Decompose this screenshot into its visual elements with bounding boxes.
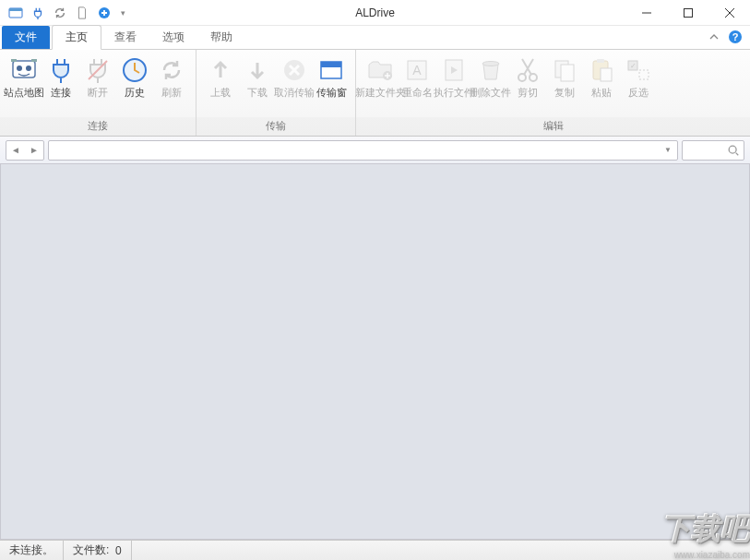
address-dropdown-icon[interactable]: ▼ (661, 143, 675, 158)
upload-icon (206, 55, 235, 85)
group-transfer-label: 传输 (196, 117, 355, 136)
connect-label: 连接 (51, 87, 71, 98)
status-bar: 未连接。 文件数: 0 (0, 540, 750, 560)
download-button[interactable]: 下载 (239, 54, 276, 117)
folder-plus-icon (365, 55, 395, 85)
svg-rect-12 (11, 59, 17, 62)
nav-arrows: ◄ ► (6, 140, 44, 161)
svg-rect-34 (639, 70, 649, 79)
window-controls (625, 0, 750, 26)
ribbon-group-transfer: 上载 下载 取消传输 传输窗 传输 (196, 50, 356, 136)
svg-rect-29 (561, 65, 574, 81)
cut-label: 剪切 (518, 87, 538, 98)
download-icon (243, 55, 272, 85)
file-list-area[interactable] (0, 164, 750, 540)
filecount-value: 0 (115, 544, 122, 557)
group-connect-label: 连接 (0, 117, 196, 136)
history-button[interactable]: 历史 (116, 54, 153, 117)
cancel-transfer-button[interactable]: 取消传输 (276, 54, 313, 117)
back-button[interactable]: ◄ (6, 141, 25, 160)
close-button[interactable] (708, 0, 750, 26)
status-connection: 未连接。 (0, 541, 64, 560)
svg-text:A: A (412, 63, 422, 77)
upload-label: 上载 (210, 87, 231, 98)
tab-view[interactable]: 查看 (101, 26, 149, 49)
copy-button[interactable]: 复制 (546, 54, 583, 117)
group-edit-label: 编辑 (356, 117, 750, 136)
upload-button[interactable]: 上载 (202, 54, 239, 117)
paste-label: 粘贴 (591, 87, 612, 98)
transfer-window-button[interactable]: 传输窗 (313, 54, 350, 117)
invert-selection-button[interactable]: ✓ 反选 (620, 54, 657, 117)
svg-rect-1 (9, 8, 22, 11)
cut-button[interactable]: 剪切 (509, 54, 546, 117)
sitemap-button[interactable]: 站点地图 (6, 54, 42, 117)
navigation-bar: ◄ ► ▼ (0, 137, 750, 164)
sitemap-label: 站点地图 (4, 87, 44, 98)
tab-help[interactable]: 帮助 (197, 26, 245, 49)
disconnect-label: 断开 (88, 87, 108, 98)
qat-dropdown-icon[interactable]: ▾ (118, 5, 127, 21)
status-filecount: 文件数: 0 (64, 541, 132, 560)
tab-file[interactable]: 文件 (2, 26, 50, 49)
copy-icon (550, 55, 579, 85)
filecount-label: 文件数: (73, 542, 109, 558)
svg-point-25 (482, 62, 499, 66)
collapse-ribbon-icon[interactable] (708, 30, 720, 43)
refresh-big-icon (157, 55, 186, 85)
transfer-window-label: 传输窗 (316, 87, 347, 98)
copy-label: 复制 (554, 87, 575, 98)
refresh-button[interactable]: 刷新 (153, 54, 190, 117)
window-title: ALDrive (355, 6, 395, 19)
svg-rect-4 (684, 8, 692, 17)
svg-point-11 (26, 66, 31, 71)
refresh-label: 刷新 (161, 87, 182, 98)
cancel-transfer-label: 取消传输 (274, 87, 315, 98)
svg-point-10 (17, 66, 22, 71)
tab-options[interactable]: 选项 (149, 26, 197, 49)
paste-icon (587, 55, 616, 85)
execute-button[interactable]: 执行文件 (435, 54, 472, 117)
disconnect-icon (83, 55, 113, 85)
plug-icon[interactable] (30, 5, 46, 21)
delete-label: 删除文件 (470, 87, 511, 98)
new-folder-button[interactable]: 新建文件夹 (362, 54, 399, 117)
connect-button[interactable]: 连接 (42, 54, 79, 117)
svg-text:?: ? (732, 31, 739, 42)
svg-rect-20 (321, 62, 341, 67)
execute-label: 执行文件 (434, 87, 474, 98)
download-label: 下载 (247, 87, 268, 98)
trash-icon (476, 55, 506, 85)
qat-app-icon[interactable] (7, 5, 24, 21)
scissors-icon (513, 55, 542, 85)
quick-access-toolbar: ▾ (0, 5, 127, 21)
invert-icon: ✓ (624, 55, 653, 85)
title-bar: ▾ ALDrive (0, 0, 750, 26)
svg-line-37 (736, 152, 739, 155)
search-box[interactable] (682, 140, 744, 161)
delete-button[interactable]: 删除文件 (472, 54, 509, 117)
svg-point-36 (729, 146, 736, 153)
paste-button[interactable]: 粘贴 (583, 54, 620, 117)
window-icon (316, 55, 346, 85)
refresh-icon[interactable] (52, 5, 68, 21)
invert-label: 反选 (628, 87, 649, 98)
cancel-icon (280, 55, 309, 85)
clock-icon (120, 55, 149, 85)
play-file-icon (439, 55, 469, 85)
help-icon[interactable]: ? (728, 30, 743, 44)
tab-home[interactable]: 主页 (52, 25, 101, 50)
minimize-button[interactable] (625, 0, 667, 26)
rename-button[interactable]: A 重命名 (399, 54, 435, 117)
connect-icon (46, 55, 76, 85)
menu-bar: 文件 主页 查看 选项 帮助 ? (0, 26, 750, 50)
history-label: 历史 (125, 87, 145, 98)
rename-label: 重命名 (402, 87, 433, 98)
forward-button[interactable]: ► (25, 141, 43, 160)
add-icon[interactable] (96, 5, 113, 21)
disconnect-button[interactable]: 断开 (79, 54, 116, 117)
ribbon: 站点地图 连接 断开 历史 (0, 50, 750, 137)
address-bar[interactable]: ▼ (48, 140, 678, 161)
document-icon[interactable] (74, 5, 90, 21)
maximize-button[interactable] (667, 0, 708, 26)
